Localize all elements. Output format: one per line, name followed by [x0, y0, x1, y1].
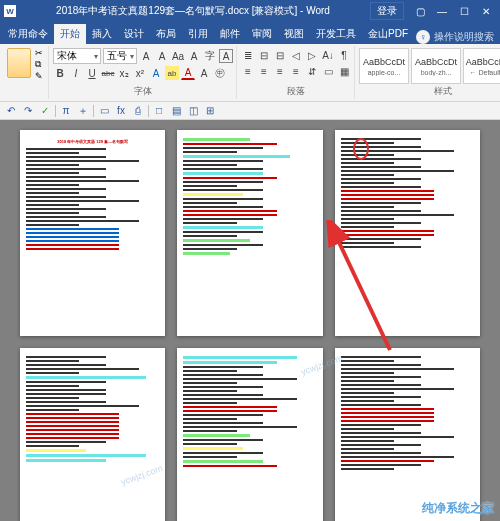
quick-access-toolbar: ↶ ↷ ✓ π ＋ ▭ fx ⎙ □ ▤ ◫ ⊞ [0, 102, 500, 120]
ribbon-tabs: 常用命令 开始 插入 设计 布局 引用 邮件 审阅 视图 开发工具 金山PDF … [0, 22, 500, 44]
document-title: 2018年中考语文真题129套—名句默写.docx [兼容模式] - Word [16, 4, 370, 18]
page-thumbnail[interactable] [20, 348, 165, 521]
group-paragraph: ≣ ⊟ ⊟ ◁ ▷ A↓ ¶ ≡ ≡ ≡ ≡ ⇵ ▭ ▦ [238, 46, 355, 99]
page-thumbnail[interactable] [177, 348, 322, 521]
ruler-button[interactable]: ▭ [97, 104, 111, 118]
phonetic-button[interactable]: 字 [203, 49, 217, 63]
group-font: 宋体 五号 A A Aa A 字 A B I U abc x₂ x² A [50, 46, 237, 99]
tab-review[interactable]: 审阅 [246, 24, 278, 44]
style-item[interactable]: AaBbCcDd ← Default... [463, 48, 500, 84]
grow-font-button[interactable]: A [139, 49, 153, 63]
tab-mailings[interactable]: 邮件 [214, 24, 246, 44]
line-spacing-button[interactable]: ⇵ [305, 64, 319, 78]
app-icon: W [4, 5, 16, 17]
ribbon-options-icon[interactable]: ▢ [410, 3, 430, 19]
copy-icon: ⧉ [35, 59, 41, 70]
font-size-combo[interactable]: 五号 [103, 48, 137, 64]
qa-btn-2[interactable]: ▤ [169, 104, 183, 118]
document-canvas[interactable]: 2018 年中考语文真题 129 套—名句默写 [0, 120, 500, 521]
separator [55, 105, 56, 117]
copy-button[interactable]: ⧉ [33, 59, 45, 70]
watermark-main: 纯净系统之家 [422, 500, 494, 517]
minimize-icon[interactable]: ― [432, 3, 452, 19]
align-right-button[interactable]: ≡ [273, 64, 287, 78]
redo-button[interactable]: ↷ [21, 104, 35, 118]
shading-button[interactable]: ▭ [321, 64, 335, 78]
lightbulb-icon: ♀ [416, 30, 430, 44]
tab-references[interactable]: 引用 [182, 24, 214, 44]
qa-btn-4[interactable]: ⊞ [203, 104, 217, 118]
format-painter-button[interactable]: ✎ [33, 71, 45, 81]
group-label: 字体 [134, 85, 152, 99]
separator [93, 105, 94, 117]
tab-devtools[interactable]: 开发工具 [310, 24, 362, 44]
style-item[interactable]: AaBbCcDt body-zh... [411, 48, 461, 84]
undo-button[interactable]: ↶ [4, 104, 18, 118]
login-button[interactable]: 登录 [370, 2, 404, 20]
sort-button[interactable]: A↓ [321, 48, 335, 62]
bold-button[interactable]: B [53, 66, 67, 80]
brush-icon: ✎ [35, 71, 43, 81]
multilevel-button[interactable]: ⊟ [273, 48, 287, 62]
window-controls: ▢ ― ☐ ✕ [410, 3, 496, 19]
text-effects-button[interactable]: A [149, 66, 163, 80]
close-icon[interactable]: ✕ [476, 3, 496, 19]
ribbon: ✂ ⧉ ✎ 宋体 五号 A A Aa A 字 A B [0, 44, 500, 102]
tab-view[interactable]: 视图 [278, 24, 310, 44]
subscript-button[interactable]: x₂ [117, 66, 131, 80]
tab-layout[interactable]: 布局 [150, 24, 182, 44]
paste-button[interactable] [7, 48, 31, 78]
scissors-icon: ✂ [35, 48, 43, 58]
font-color-button[interactable]: A [181, 66, 195, 80]
group-clipboard: ✂ ⧉ ✎ [4, 46, 49, 99]
indent-right-button[interactable]: ▷ [305, 48, 319, 62]
tab-home[interactable]: 开始 [54, 24, 86, 44]
title-bar: W 2018年中考语文真题129套—名句默写.docx [兼容模式] - Wor… [0, 0, 500, 22]
group-styles: AaBbCcDt apple-co... AaBbCcDt body-zh...… [356, 46, 500, 99]
group-label: 段落 [287, 85, 305, 99]
align-left-button[interactable]: ≡ [241, 64, 255, 78]
plus-button[interactable]: ＋ [76, 104, 90, 118]
align-justify-button[interactable]: ≡ [289, 64, 303, 78]
style-item[interactable]: AaBbCcDt apple-co... [359, 48, 409, 84]
cut-button[interactable]: ✂ [33, 48, 45, 58]
formula-button[interactable]: fx [114, 104, 128, 118]
page-thumbnail[interactable]: 2018 年中考语文真题 129 套—名句默写 [20, 130, 165, 336]
borders-button[interactable]: ▦ [337, 64, 351, 78]
pi-button[interactable]: π [59, 104, 73, 118]
page-thumbnail[interactable] [177, 130, 322, 336]
tab-design[interactable]: 设计 [118, 24, 150, 44]
align-center-button[interactable]: ≡ [257, 64, 271, 78]
page-thumbnails: 2018 年中考语文真题 129 套—名句默写 [20, 130, 480, 521]
maximize-icon[interactable]: ☐ [454, 3, 474, 19]
indent-left-button[interactable]: ◁ [289, 48, 303, 62]
highlight-button[interactable]: ab [165, 66, 179, 80]
italic-button[interactable]: I [69, 66, 83, 80]
shrink-font-button[interactable]: A [155, 49, 169, 63]
page-thumbnail[interactable] [335, 348, 480, 521]
separator [148, 105, 149, 117]
print-button[interactable]: ⎙ [131, 104, 145, 118]
enclose-char-button[interactable]: ㊥ [213, 66, 227, 80]
bullets-button[interactable]: ≣ [241, 48, 255, 62]
page-thumbnail[interactable] [335, 130, 480, 336]
show-hide-button[interactable]: ¶ [337, 48, 351, 62]
font-name-combo[interactable]: 宋体 [53, 48, 101, 64]
save-button[interactable]: ✓ [38, 104, 52, 118]
tab-common[interactable]: 常用命令 [2, 24, 54, 44]
qa-btn-3[interactable]: ◫ [186, 104, 200, 118]
group-label: 样式 [434, 85, 452, 99]
char-shading-button[interactable]: A [197, 66, 211, 80]
tab-jspdf[interactable]: 金山PDF [362, 24, 414, 44]
superscript-button[interactable]: x² [133, 66, 147, 80]
tab-insert[interactable]: 插入 [86, 24, 118, 44]
numbering-button[interactable]: ⊟ [257, 48, 271, 62]
change-case-button[interactable]: Aa [171, 49, 185, 63]
char-border-button[interactable]: A [219, 49, 233, 63]
tell-me-search[interactable]: 操作说明搜索 [434, 30, 494, 44]
qa-btn-1[interactable]: □ [152, 104, 166, 118]
clear-format-button[interactable]: A [187, 49, 201, 63]
underline-button[interactable]: U [85, 66, 99, 80]
strike-button[interactable]: abc [101, 66, 115, 80]
